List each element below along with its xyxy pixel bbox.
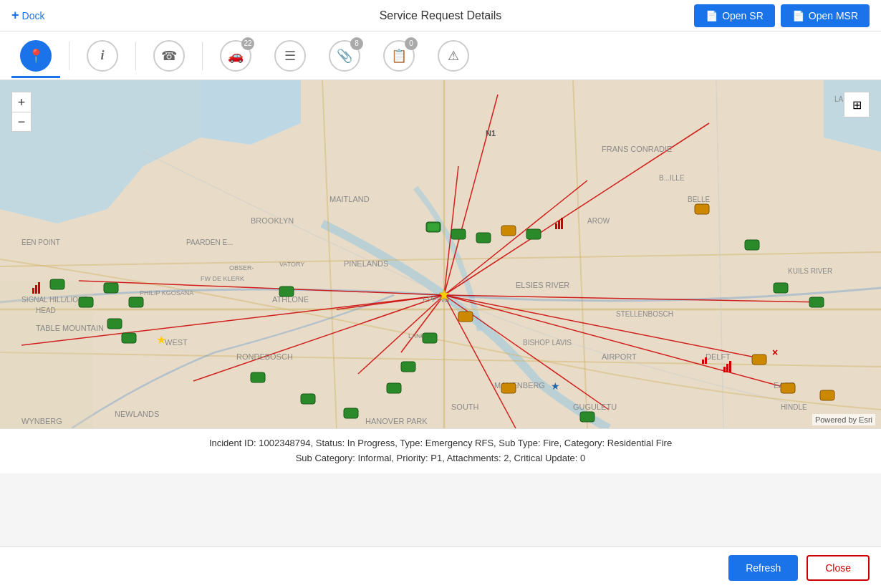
header: + Dock Service Request Details 📄 Open SR… bbox=[0, 0, 881, 32]
svg-text:RONDEBOSCH: RONDEBOSCH bbox=[236, 352, 293, 361]
svg-text:AROW: AROW bbox=[587, 217, 610, 225]
zoom-out-button[interactable]: − bbox=[11, 112, 32, 132]
svg-rect-61 bbox=[428, 223, 439, 231]
tab-phone[interactable]: ☎ bbox=[145, 34, 193, 77]
svg-rect-80 bbox=[580, 412, 594, 422]
svg-text:★: ★ bbox=[551, 380, 560, 392]
docs-icon: 📋 bbox=[391, 48, 407, 64]
tab-location-circle: 📍 bbox=[20, 40, 52, 72]
tabs-bar: 📍 i ☎ 🚗 22 ☰ 📎 8 bbox=[0, 32, 881, 80]
zoom-in-icon: + bbox=[18, 96, 26, 109]
svg-rect-74 bbox=[423, 333, 437, 343]
svg-rect-103 bbox=[723, 367, 726, 372]
header-actions: 📄 Open SR 📄 Open MSR bbox=[694, 4, 870, 27]
svg-rect-68 bbox=[104, 283, 118, 293]
tab-list[interactable]: ☰ bbox=[266, 34, 314, 77]
svg-rect-78 bbox=[501, 383, 516, 393]
layers-button[interactable]: ⊞ bbox=[844, 92, 870, 117]
incident-line-1: Incident ID: 1002348794, Status: In Prog… bbox=[11, 436, 870, 451]
incident-line-2: Sub Category: Informal, Priority: P1, At… bbox=[11, 451, 870, 466]
tab-separator-2 bbox=[135, 42, 136, 70]
tab-docs-badge: 0 bbox=[405, 37, 418, 50]
svg-rect-81 bbox=[695, 204, 709, 214]
close-button[interactable]: Close bbox=[807, 555, 870, 581]
tab-alert-circle: ⚠ bbox=[438, 40, 469, 72]
svg-text:HEAD: HEAD bbox=[36, 307, 56, 314]
svg-rect-102 bbox=[561, 218, 563, 229]
tab-vehicle-circle: 🚗 22 bbox=[220, 40, 251, 72]
svg-text:FRANS CONRADIE: FRANS CONRADIE bbox=[602, 145, 672, 153]
svg-rect-83 bbox=[774, 283, 788, 293]
tab-info-circle: i bbox=[87, 40, 118, 72]
svg-text:HANOVER PARK: HANOVER PARK bbox=[365, 417, 428, 425]
tab-attachment-badge: 8 bbox=[350, 37, 363, 50]
svg-text:B...ILLE: B...ILLE bbox=[659, 174, 685, 182]
svg-text:WEST: WEST bbox=[165, 338, 188, 347]
svg-rect-88 bbox=[251, 372, 265, 382]
svg-text:DELFT: DELFT bbox=[706, 352, 731, 361]
svg-rect-107 bbox=[705, 357, 707, 364]
svg-rect-106 bbox=[702, 360, 704, 364]
open-msr-label: Open MSR bbox=[809, 10, 858, 21]
svg-rect-65 bbox=[526, 229, 541, 239]
incident-info-bar: Incident ID: 1002348794, Status: In Prog… bbox=[0, 428, 881, 473]
info-icon: i bbox=[100, 48, 104, 63]
svg-rect-87 bbox=[820, 390, 834, 400]
dock-button[interactable]: + Dock bbox=[11, 8, 44, 23]
tab-vehicle[interactable]: 🚗 22 bbox=[211, 34, 260, 77]
svg-rect-69 bbox=[129, 297, 143, 307]
tab-list-circle: ☰ bbox=[274, 40, 306, 72]
map-attribution: Powered by Esri bbox=[812, 414, 875, 425]
svg-text:N1: N1 bbox=[486, 129, 496, 138]
svg-text:BROOKLYN: BROOKLYN bbox=[251, 216, 294, 225]
vehicle-icon: 🚗 bbox=[228, 48, 244, 64]
tab-attachment[interactable]: 📎 8 bbox=[320, 34, 369, 77]
svg-text:TABLE MOUNTAIN: TABLE MOUNTAIN bbox=[36, 324, 104, 332]
svg-rect-104 bbox=[726, 364, 728, 372]
svg-text:PHILIP KGOSANA: PHILIP KGOSANA bbox=[140, 289, 193, 297]
svg-text:AIRPORT: AIRPORT bbox=[602, 352, 637, 361]
svg-rect-72 bbox=[279, 286, 294, 297]
footer: Refresh Close bbox=[0, 546, 881, 588]
svg-rect-76 bbox=[387, 383, 401, 393]
svg-rect-89 bbox=[301, 394, 315, 404]
svg-text:SIGNAL HILL/LIONS: SIGNAL HILL/LIONS bbox=[21, 296, 88, 304]
svg-text:★: ★ bbox=[156, 334, 166, 346]
open-sr-button[interactable]: 📄 Open SR bbox=[694, 4, 775, 27]
refresh-button[interactable]: Refresh bbox=[728, 555, 798, 581]
open-msr-button[interactable]: 📄 Open MSR bbox=[781, 4, 870, 27]
svg-rect-82 bbox=[745, 240, 759, 250]
open-sr-icon: 📄 bbox=[706, 10, 718, 21]
svg-rect-101 bbox=[558, 221, 560, 229]
svg-text:WYNBERG: WYNBERG bbox=[21, 417, 62, 425]
svg-text:STELLENBOSCH: STELLENBOSCH bbox=[616, 310, 673, 318]
tab-docs[interactable]: 📋 0 bbox=[375, 34, 423, 77]
svg-rect-84 bbox=[809, 297, 824, 307]
tab-info[interactable]: i bbox=[78, 34, 127, 77]
svg-rect-105 bbox=[729, 361, 731, 372]
tab-attachment-circle: 📎 8 bbox=[329, 40, 360, 72]
svg-text:KUILS RIVER: KUILS RIVER bbox=[788, 267, 832, 275]
svg-text:VATORY: VATORY bbox=[279, 261, 304, 268]
svg-rect-63 bbox=[476, 233, 491, 243]
map-svg: TABLE MOUNTAIN WEST RONDEBOSCH WYNBERG N… bbox=[0, 80, 881, 428]
tab-location[interactable]: 📍 bbox=[11, 34, 60, 77]
svg-rect-73 bbox=[458, 312, 473, 322]
svg-text:NEWLANDS: NEWLANDS bbox=[115, 410, 159, 418]
zoom-in-button[interactable]: + bbox=[11, 92, 32, 112]
svg-text:FW DE KLERK: FW DE KLERK bbox=[201, 275, 244, 282]
svg-text:OBSER-: OBSER- bbox=[229, 264, 254, 271]
tab-separator-1 bbox=[69, 42, 69, 70]
tab-docs-circle: 📋 0 bbox=[383, 40, 415, 72]
tab-phone-circle: ☎ bbox=[153, 40, 185, 72]
map-container[interactable]: TABLE MOUNTAIN WEST RONDEBOSCH WYNBERG N… bbox=[0, 80, 881, 428]
attachment-icon: 📎 bbox=[337, 48, 352, 64]
page-title: Service Request Details bbox=[380, 9, 502, 22]
svg-rect-100 bbox=[555, 223, 557, 229]
svg-rect-86 bbox=[781, 383, 795, 393]
svg-text:BELLE: BELLE bbox=[688, 196, 710, 203]
tab-alert[interactable]: ⚠ bbox=[429, 34, 478, 77]
svg-rect-99 bbox=[38, 282, 40, 294]
svg-text:PINELANDS: PINELANDS bbox=[344, 259, 388, 268]
layers-icon: ⊞ bbox=[852, 98, 862, 112]
